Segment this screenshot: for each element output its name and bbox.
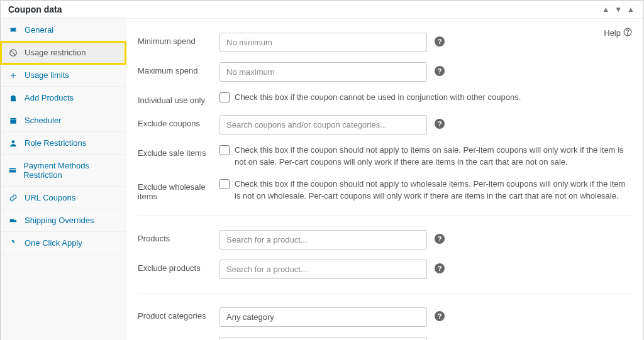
panel-title: Coupon data bbox=[8, 4, 62, 14]
panel-collapse-icon[interactable]: ▲ bbox=[626, 5, 636, 14]
sidebar-item-url-coupons[interactable]: URL Coupons bbox=[1, 187, 126, 209]
exclude-categories-input[interactable]: No categories bbox=[219, 337, 427, 340]
exclude-wholesale-description: Check this box if the coupon should not … bbox=[235, 178, 632, 202]
sidebar-item-label: Payment Methods Restriction bbox=[23, 161, 118, 180]
help-icon bbox=[623, 28, 632, 38]
ticket-icon bbox=[8, 26, 18, 35]
label-exclude-sale: Exclude sale items bbox=[138, 145, 219, 158]
help-tip-icon[interactable]: ? bbox=[435, 36, 445, 47]
click-icon bbox=[8, 239, 18, 248]
svg-point-12 bbox=[14, 222, 16, 223]
ban-icon bbox=[8, 48, 18, 57]
svg-rect-8 bbox=[9, 168, 16, 173]
exclude-wholesale-checkbox[interactable] bbox=[219, 179, 230, 189]
sidebar-item-label: Scheduler bbox=[25, 116, 62, 125]
sidebar-item-add-products[interactable]: Add Products bbox=[1, 87, 126, 109]
svg-rect-10 bbox=[10, 219, 14, 222]
help-tip-icon[interactable]: ? bbox=[435, 119, 445, 129]
label-product-categories: Product categories bbox=[138, 307, 219, 321]
exclude-sale-checkbox[interactable] bbox=[219, 145, 230, 155]
sidebar: General Usage restriction Usage limits A… bbox=[1, 19, 126, 340]
link-icon bbox=[8, 194, 18, 202]
sidebar-item-label: Shipping Overrides bbox=[25, 216, 94, 225]
sidebar-item-usage-limits[interactable]: Usage limits bbox=[1, 64, 126, 87]
exclude-sale-description: Check this box if the coupon should not … bbox=[235, 145, 632, 168]
individual-use-checkbox[interactable] bbox=[219, 92, 230, 102]
sidebar-item-label: General bbox=[25, 25, 53, 35]
products-input[interactable]: Search for a product... bbox=[219, 230, 427, 250]
plus-icon bbox=[8, 71, 18, 80]
truck-icon bbox=[8, 216, 18, 225]
help-tip-icon[interactable]: ? bbox=[435, 311, 445, 321]
help-tip-icon[interactable]: ? bbox=[435, 234, 445, 244]
svg-rect-9 bbox=[9, 169, 16, 170]
label-exclude-wholesale: Exclude wholesale items bbox=[138, 178, 219, 201]
sidebar-item-usage-restriction[interactable]: Usage restriction bbox=[1, 41, 126, 64]
sidebar-item-role-restrictions[interactable]: Role Restrictions bbox=[1, 132, 126, 155]
sidebar-item-shipping-overrides[interactable]: Shipping Overrides bbox=[1, 209, 126, 232]
user-icon bbox=[8, 139, 18, 148]
label-exclude-categories: Exclude categories bbox=[138, 337, 219, 340]
sidebar-item-label: One Click Apply bbox=[25, 238, 82, 248]
card-icon bbox=[8, 166, 17, 175]
product-categories-input[interactable]: Any category bbox=[219, 307, 427, 327]
svg-point-11 bbox=[11, 222, 12, 223]
sidebar-item-label: Usage limits bbox=[25, 70, 69, 80]
help-tip-icon[interactable]: ? bbox=[435, 263, 445, 273]
label-min-spend: Minimum spend bbox=[138, 33, 219, 46]
sidebar-item-one-click-apply[interactable]: One Click Apply bbox=[1, 232, 126, 255]
sidebar-item-label: Add Products bbox=[25, 93, 74, 102]
divider bbox=[138, 293, 632, 293]
label-exclude-coupons: Exclude coupons bbox=[138, 115, 219, 128]
bag-icon bbox=[8, 94, 18, 102]
label-exclude-products: Exclude products bbox=[138, 260, 219, 273]
minimum-spend-input[interactable] bbox=[219, 33, 427, 52]
divider bbox=[138, 216, 632, 216]
svg-line-1 bbox=[11, 50, 16, 55]
help-tip-icon[interactable]: ? bbox=[435, 66, 445, 76]
individual-use-description: Check this box if the coupon cannot be u… bbox=[235, 92, 521, 104]
calendar-icon bbox=[8, 116, 18, 125]
panel-move-down-icon[interactable]: ▼ bbox=[613, 5, 623, 14]
exclude-products-input[interactable]: Search for a product... bbox=[219, 260, 427, 279]
sidebar-item-payment-methods[interactable]: Payment Methods Restriction bbox=[1, 155, 126, 187]
exclude-coupons-input[interactable]: Search coupons and/or coupon categories.… bbox=[219, 115, 427, 134]
sidebar-item-general[interactable]: General bbox=[1, 19, 126, 41]
label-products: Products bbox=[138, 230, 219, 243]
sidebar-item-label: URL Coupons bbox=[25, 193, 75, 202]
help-text: Help bbox=[604, 28, 621, 38]
svg-point-7 bbox=[12, 140, 15, 143]
panel-move-up-icon[interactable]: ▲ bbox=[601, 5, 611, 14]
maximum-spend-input[interactable] bbox=[219, 62, 427, 82]
help-link[interactable]: Help bbox=[604, 28, 632, 38]
label-max-spend: Maximum spend bbox=[138, 62, 219, 75]
sidebar-item-label: Role Restrictions bbox=[25, 138, 86, 148]
label-individual-use: Individual use only bbox=[138, 92, 219, 105]
sidebar-item-scheduler[interactable]: Scheduler bbox=[1, 109, 126, 132]
sidebar-item-label: Usage restriction bbox=[25, 48, 86, 57]
svg-point-14 bbox=[628, 33, 628, 34]
